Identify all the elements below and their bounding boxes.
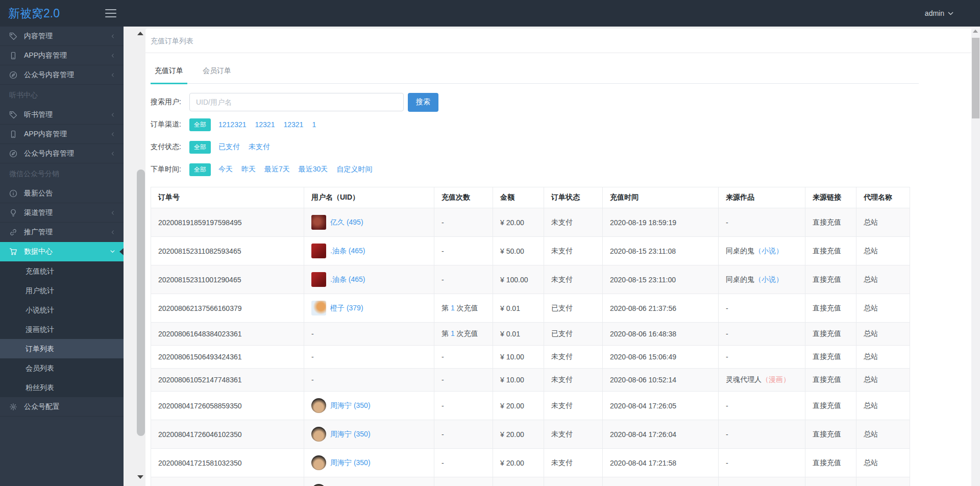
sidebar-subitem[interactable]: 漫画统计 — [0, 320, 124, 339]
scrollbar-thumb[interactable] — [972, 38, 979, 118]
sidebar-item[interactable]: 渠道管理 — [0, 203, 124, 223]
tab-inactive[interactable]: 会员订单 — [199, 64, 235, 83]
source-work-cell: 同桌的鬼（小说） — [719, 237, 805, 265]
sidebar-subitem[interactable]: 用户统计 — [0, 281, 124, 300]
recharge-time-cell: 2020-08-06 16:48:38 — [603, 323, 719, 346]
user-link[interactable]: 周海宁 (350) — [330, 430, 371, 439]
compass-icon — [9, 71, 17, 79]
recharge-time-cell: 2020-08-15 23:11:08 — [603, 237, 719, 265]
table-row: 202008061648384023361-第 1 次充值¥ 0.01已支付20… — [151, 323, 910, 346]
source-work-cell: 灵魂代理人（漫画） — [719, 369, 805, 392]
sidebar-item[interactable]: 数据中心 — [0, 242, 124, 261]
user-link[interactable]: 亿久 (495) — [330, 218, 363, 227]
recharge-time-cell: 2020-08-04 17:21:46 — [603, 477, 719, 486]
filter-all-badge[interactable]: 全部 — [189, 163, 211, 176]
source-work-type-link[interactable]: （小说） — [754, 247, 783, 255]
agent-name-cell: 总站 — [856, 208, 910, 237]
column-header: 订单状态 — [544, 187, 603, 208]
scrollbar-thumb[interactable] — [137, 169, 145, 436]
user-link[interactable]: 橙子 (379) — [330, 304, 363, 313]
sidebar-item[interactable]: 最新公告 — [0, 184, 124, 203]
filter-option-link[interactable]: 昨天 — [241, 165, 256, 174]
sidebar-subitem[interactable]: 会员列表 — [0, 358, 124, 378]
search-row: 搜索用户: 搜索 — [151, 93, 971, 111]
sidebar-subitem[interactable]: 订单列表 — [0, 339, 124, 358]
source-link-cell: 直接充值 — [805, 449, 856, 477]
filter-option-link[interactable]: 自定义时间 — [336, 165, 372, 174]
sidebar-subitem[interactable]: 粉丝列表 — [0, 378, 124, 397]
filter-all-badge[interactable]: 全部 — [189, 118, 211, 131]
order-status-cell: 未支付 — [544, 392, 603, 420]
filter-option-link[interactable]: 1212321 — [218, 120, 247, 129]
user-dropdown[interactable]: admin — [925, 9, 953, 17]
cart-icon — [9, 248, 17, 256]
compass-icon — [9, 150, 17, 158]
orders-table: 订单号用户名（UID）充值次数金额订单状态充值时间来源作品来源链接代理名称 20… — [151, 187, 910, 486]
recharge-times-cell: 第 1 次充值 — [434, 294, 493, 323]
recharge-times-cell: - — [434, 237, 493, 265]
sidebar-item[interactable]: 听书管理 — [0, 105, 124, 125]
page-right-scrollbar — [971, 27, 980, 486]
sidebar-item[interactable]: APP内容管理 — [0, 125, 124, 144]
filter-option-link[interactable]: 12321 — [255, 120, 275, 129]
column-header: 充值次数 — [434, 187, 493, 208]
scroll-down-arrow-icon[interactable] — [137, 475, 143, 479]
source-link-cell: 直接充值 — [805, 323, 856, 346]
user-cell: 周海宁 (350) — [304, 392, 434, 420]
filter-option-link[interactable]: 最近7天 — [264, 165, 290, 174]
source-link-cell: 直接充值 — [805, 369, 856, 392]
user-cell: 亿久 (495) — [304, 208, 434, 237]
sidebar-item[interactable]: 公众号配置 — [0, 397, 124, 417]
filter-all-badge[interactable]: 全部 — [189, 141, 211, 154]
source-link-cell: 直接充值 — [805, 237, 856, 265]
sidebar-item-label: 公众号内容管理 — [24, 149, 110, 158]
filter-option-link[interactable]: 最近30天 — [299, 165, 328, 174]
user-cell: .油条 (465) — [304, 237, 434, 265]
tab-active[interactable]: 充值订单 — [151, 64, 187, 83]
recharge-times-cell: - — [434, 346, 493, 369]
source-work-type-link[interactable]: （小说） — [754, 275, 783, 283]
user-link[interactable]: .油条 (465) — [330, 275, 365, 284]
order-number-cell: 202008061506493424361 — [151, 346, 304, 369]
source-work-cell: - — [719, 477, 805, 486]
sidebar-item-label: 渠道管理 — [24, 208, 110, 217]
user-link[interactable]: 周海宁 (350) — [330, 458, 371, 468]
sidebar-item-label: 听书管理 — [24, 110, 110, 119]
amount-cell: ¥ 20.00 — [493, 208, 544, 237]
filter-option-link[interactable]: 1 — [312, 120, 316, 129]
scroll-up-arrow-icon[interactable] — [973, 30, 978, 33]
filter-option-link[interactable]: 未支付 — [249, 142, 270, 152]
order-status-cell: 未支付 — [544, 208, 603, 237]
scroll-up-arrow-icon[interactable] — [137, 32, 143, 35]
order-status-cell: 未支付 — [544, 477, 603, 486]
sidebar-item[interactable]: APP内容管理 — [0, 46, 124, 65]
avatar — [311, 244, 326, 258]
source-link-cell: 直接充值 — [805, 265, 856, 294]
source-link-cell: 直接充值 — [805, 392, 856, 420]
sidebar-subitem[interactable]: 充值统计 — [0, 261, 124, 281]
tags-icon — [9, 111, 17, 119]
filter-option-link[interactable]: 今天 — [218, 165, 233, 174]
source-work-cell: - — [719, 392, 805, 420]
agent-name-cell: 总站 — [856, 294, 910, 323]
search-button[interactable]: 搜索 — [408, 93, 438, 112]
recharge-times-cell: - — [434, 392, 493, 420]
user-link[interactable]: 周海宁 (350) — [330, 401, 371, 410]
sidebar-item[interactable]: 公众号内容管理 — [0, 144, 124, 163]
search-input[interactable] — [189, 93, 404, 111]
user-link[interactable]: .油条 (465) — [330, 247, 365, 256]
recharge-times-cell: - — [434, 369, 493, 392]
sidebar-item[interactable]: 内容管理 — [0, 27, 124, 46]
sidebar-subitem[interactable]: 小说统计 — [0, 300, 124, 320]
sidebar-item[interactable]: 推广管理 — [0, 223, 124, 242]
filter-option-link[interactable]: 已支付 — [218, 142, 240, 152]
amount-cell: ¥ 20.00 — [493, 449, 544, 477]
agent-name-cell: 总站 — [856, 346, 910, 369]
avatar — [311, 427, 326, 442]
sidebar-item-label: APP内容管理 — [24, 51, 110, 60]
source-work-type-link[interactable]: （漫画） — [762, 375, 790, 383]
search-label: 搜索用户: — [151, 98, 189, 107]
hamburger-menu-icon[interactable] — [105, 9, 116, 17]
sidebar-item[interactable]: 公众号内容管理 — [0, 65, 124, 85]
filter-option-link[interactable]: 12321 — [283, 120, 303, 129]
